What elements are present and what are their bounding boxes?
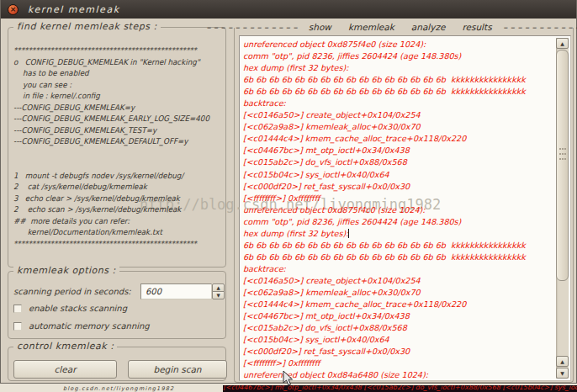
background-terminal-strip: [<c04467bc>] mt_otp_ioctl+0x34/0x438 [<c… xyxy=(223,385,577,392)
header-word-show: show xyxy=(309,22,331,32)
log-line: [<ffffffff>] 0xffffffff xyxy=(243,193,526,204)
control-groupbox: control kmemleak : clear begin scan xyxy=(8,347,226,381)
log-line: unreferenced object 0xd875f4c0 (size 102… xyxy=(243,204,526,216)
scroll-down-icon[interactable]: ▼ xyxy=(556,368,569,379)
log-line: [<c062a9a8>] kmemleak_alloc+0x30/0x70 xyxy=(243,121,526,133)
steps-text-line xyxy=(13,147,209,159)
log-line: hex dump (first 32 bytes): xyxy=(243,228,526,240)
titlebar[interactable]: × kernel memleak xyxy=(1,0,576,19)
log-line: [<c0146a50>] create_object+0x104/0x254 xyxy=(243,109,526,121)
steps-groupbox-label: find kernel memleak steps : xyxy=(13,21,161,32)
background-terminal-log: [<c04467bc>] mt_otp_ioctl+0x34/0x438 [<c… xyxy=(223,385,577,391)
begin-scan-button[interactable]: begin scan xyxy=(128,360,227,379)
scanning-period-spinbox[interactable]: 600 ▲ ▼ xyxy=(140,283,225,299)
log-line: [<c062a9a8>] kmemleak_alloc+0x30/0x70 xyxy=(243,287,526,299)
header-word-analyze: analyze xyxy=(411,22,446,32)
control-groupbox-label: control kmemleak : xyxy=(13,341,117,352)
header-word-results: results xyxy=(462,22,491,32)
log-line: 6b 6b 6b 6b 6b 6b 6b 6b 6b 6b 6b 6b 6b 6… xyxy=(243,252,526,263)
scanning-period-input[interactable]: 600 xyxy=(140,283,212,299)
log-line: [<c015ab2c>] do_vfs_ioctl+0x88/0x568 xyxy=(243,322,526,334)
steps-text-line: ---CONFIG_DEBUG_KMEMLEAK_DEFAULT_OFF=y xyxy=(13,135,209,147)
steps-text-line xyxy=(13,158,209,170)
automatic-memory-label: automatic memory scanning xyxy=(29,321,150,331)
log-line: [<c01444c4>] kmem_cache_alloc_trace+0x11… xyxy=(243,299,526,310)
mouse-cursor xyxy=(283,370,294,387)
results-log: unreferenced object 0xd875f4e0 (size 102… xyxy=(243,39,526,381)
scroll-up-icon[interactable]: ▲ xyxy=(556,38,569,49)
log-line: comm "otp", pid 8236, jiffies 2604424 (a… xyxy=(243,50,526,62)
log-line: [<c04467bc>] mt_otp_ioctl+0x34/0x438 xyxy=(243,310,526,322)
steps-text-line: kernel/Documentation/kmemleak.txt xyxy=(13,226,209,238)
steps-text-line: 2 echo scan > /sys/kernel/debug/kmemleak xyxy=(13,204,209,215)
steps-text-line: 2 cat /sys/kernel/debug/kmemleak xyxy=(13,181,209,193)
log-line: hex dump (first 32 bytes): xyxy=(243,62,526,74)
steps-text-line: you can see : xyxy=(13,79,209,91)
results-scrollbar[interactable]: ▲ ▲ ▼ xyxy=(556,38,569,379)
log-line: [<c01444c4>] kmem_cache_alloc_trace+0x11… xyxy=(243,133,526,145)
results-groupbox: – – – – – – – – – – – – – show kmemleak … xyxy=(234,28,574,383)
log-line: 6b 6b 6b 6b 6b 6b 6b 6b 6b 6b 6b 6b 6b 6… xyxy=(243,74,526,86)
log-line: backtrace: xyxy=(243,98,526,109)
log-line: comm "otp", pid 8236, jiffies 2604424 (a… xyxy=(243,216,526,228)
log-line: [<c000df20>] ret_fast_syscall+0x0/0x30 xyxy=(243,346,526,358)
scrollbar-grip xyxy=(559,148,566,160)
steps-groupbox: find kernel memleak steps : ************… xyxy=(8,27,226,268)
background-watermark-small: blog.csdn.net/liyongming1982 xyxy=(63,385,174,392)
results-textarea[interactable]: unreferenced object 0xd875f4e0 (size 102… xyxy=(239,35,571,381)
header-dashes-left: – – – – – – – – – – – – – xyxy=(206,22,300,32)
log-line: backtrace: xyxy=(243,263,526,275)
screen: blog.csdn.net/liyongming1982 [<c04467bc>… xyxy=(0,0,577,392)
steps-text-line: ---CONFIG_DEBUG_KMEMLEAK_EARLY_LOG_SIZE=… xyxy=(13,113,209,124)
enable-stacks-label: enable stacks scanning xyxy=(29,304,127,313)
steps-text-line: has to be enabled xyxy=(13,67,209,79)
scrollbar-thumb[interactable] xyxy=(556,50,569,281)
steps-text-line: ****************************************… xyxy=(13,238,209,250)
close-icon: × xyxy=(8,4,18,15)
options-groupbox-label: kmemleak options : xyxy=(13,265,119,276)
log-line: 6b 6b 6b 6b 6b 6b 6b 6b 6b 6b 6b 6b 6b 6… xyxy=(243,86,526,98)
header-word-kmemleak: kmemleak xyxy=(348,22,394,32)
log-line: [<c0146a50>] create_object+0x104/0x254 xyxy=(243,275,526,287)
automatic-memory-checkbox[interactable] xyxy=(13,322,22,331)
window-title: kernel memleak xyxy=(28,4,120,15)
options-groupbox: kmemleak options : scanning period in se… xyxy=(8,271,226,339)
steps-text: ****************************************… xyxy=(13,45,209,249)
log-line: [<c04467bc>] mt_otp_ioctl+0x34/0x438 xyxy=(243,145,526,156)
log-line: [<ffffffff>] 0xffffffff xyxy=(243,358,526,369)
log-line: unreferenced object 0xd875f4e0 (size 102… xyxy=(243,39,526,50)
clear-button[interactable]: clear xyxy=(13,360,117,379)
steps-text-line: in file : kernel/.config xyxy=(13,90,209,102)
steps-text-line: ---CONFIG_DEBUG_KMEMLEAK_TEST=y xyxy=(13,124,209,136)
steps-text-line: o CONFIG_DEBUG_KMEMLEAK in "Kernel hacki… xyxy=(13,56,209,68)
text-caret xyxy=(348,229,349,238)
steps-text-line: ## more details you can refer: xyxy=(13,215,209,227)
scroll-up2-icon[interactable]: ▲ xyxy=(556,356,569,367)
scanning-period-label: scanning period in seconds: xyxy=(13,287,131,296)
steps-text-line: 1 mount -t debugfs nodev /sys/kernel/deb… xyxy=(13,170,209,182)
close-button[interactable]: × xyxy=(8,4,19,15)
steps-text-line: 3 echo clear > /sys/kernel/debug/kmemlea… xyxy=(13,193,209,204)
steps-text-line: ---CONFIG_DEBUG_KMEMLEAK=y xyxy=(13,102,209,114)
log-line: [<c015ab2c>] do_vfs_ioctl+0x88/0x568 xyxy=(243,156,526,168)
header-dashes-right: – – – – – – – – – – – – – – xyxy=(500,22,577,32)
results-header: – – – – – – – – – – – – – show kmemleak … xyxy=(235,22,573,32)
log-line: 6b 6b 6b 6b 6b 6b 6b 6b 6b 6b 6b 6b 6b 6… xyxy=(243,240,526,252)
log-line: [<c015b04c>] sys_ioctl+0x40/0x64 xyxy=(243,169,526,181)
spin-down-icon[interactable]: ▼ xyxy=(212,291,225,299)
log-line: [<c000df20>] ret_fast_syscall+0x0/0x30 xyxy=(243,181,526,193)
steps-text-line: ****************************************… xyxy=(13,45,209,56)
app-window: × kernel memleak find kernel memleak ste… xyxy=(0,0,577,384)
enable-stacks-checkbox[interactable] xyxy=(13,305,22,313)
log-line: [<c015b04c>] sys_ioctl+0x40/0x64 xyxy=(243,334,526,346)
